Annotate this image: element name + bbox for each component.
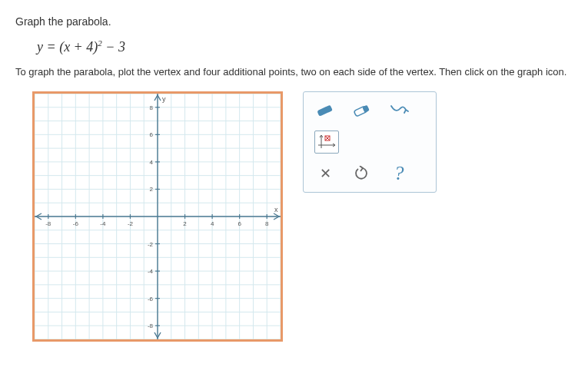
svg-text:-6: -6: [148, 296, 154, 302]
svg-text:-8: -8: [148, 322, 154, 329]
svg-text:8: 8: [265, 220, 269, 227]
equation: y = (x + 4)2 − 3: [37, 38, 573, 55]
graph-frame: -8-6-4-22468-8-6-4-22468yx: [32, 91, 283, 342]
svg-text:6: 6: [150, 131, 154, 138]
svg-text:-2: -2: [148, 241, 154, 248]
svg-text:2: 2: [150, 186, 154, 193]
svg-text:-4: -4: [148, 268, 154, 275]
svg-text:-2: -2: [128, 220, 134, 227]
svg-text:y: y: [162, 95, 166, 103]
freehand-icon[interactable]: [388, 101, 410, 120]
eraser-outline-icon[interactable]: [351, 101, 373, 120]
help-icon[interactable]: ?: [388, 164, 410, 183]
clear-icon[interactable]: ✕: [314, 164, 336, 183]
svg-text:-6: -6: [73, 220, 79, 227]
svg-text:-4: -4: [100, 220, 106, 227]
graph-canvas[interactable]: -8-6-4-22468-8-6-4-22468yx: [35, 94, 281, 339]
tool-panel: ✕ ?: [303, 91, 437, 193]
question-title: Graph the parabola.: [15, 15, 573, 28]
svg-text:2: 2: [183, 220, 187, 227]
graph-button-icon[interactable]: [314, 131, 339, 154]
svg-text:x: x: [274, 206, 278, 213]
svg-text:6: 6: [238, 220, 241, 227]
svg-text:4: 4: [211, 220, 214, 227]
svg-text:4: 4: [150, 159, 154, 166]
svg-text:-8: -8: [45, 220, 51, 227]
instructions: To graph the parabola, plot the vertex a…: [15, 66, 573, 78]
svg-text:8: 8: [150, 104, 154, 111]
eraser-fill-icon[interactable]: [314, 101, 336, 120]
undo-icon[interactable]: [351, 164, 373, 183]
